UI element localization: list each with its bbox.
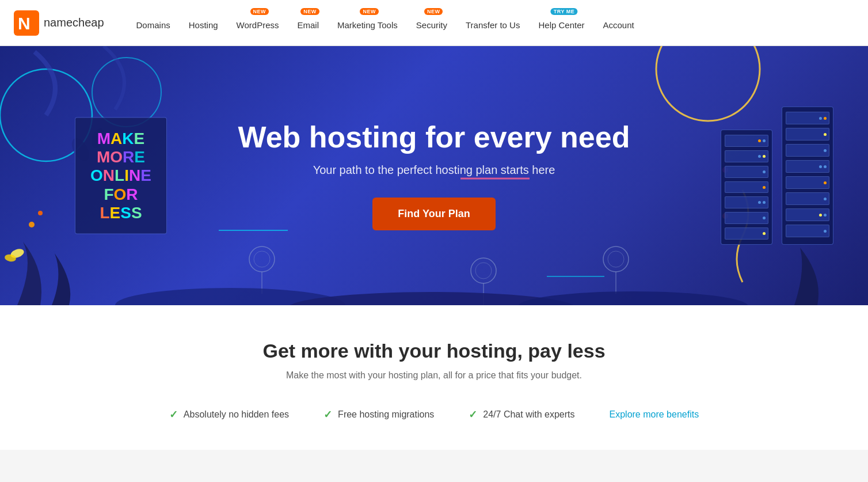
hero-promo-panel: MAKE MORE ONLINE FOR LESS [75,117,167,234]
server-dot [758,139,761,142]
server-unit [725,227,768,240]
server-dot [763,155,766,158]
marketing-badge: NEW [360,8,379,15]
server-dot [824,117,827,120]
server-unit [786,128,829,141]
nav-item-marketing-tools[interactable]: NEW Marketing Tools [328,0,407,46]
benefit-item-0: ✓ Absolutely no hidden fees [169,408,289,421]
below-subtitle: Make the most with your hosting plan, al… [23,370,845,381]
email-badge: NEW [300,8,319,15]
server-dot [824,198,827,200]
checkmark-icon-1: ✓ [323,408,332,421]
nav-menu: Domains Hosting NEW WordPress NEW Email … [127,0,854,46]
server-dot [824,181,827,184]
server-dot [824,149,827,152]
logo-text: namecheap [44,16,104,29]
benefit-label-1: Free hosting migrations [338,409,434,420]
server-unit [786,225,829,237]
nav-item-help-center[interactable]: TRY ME Help Center [529,0,593,46]
server-unit [786,144,829,157]
find-your-plan-button[interactable]: Find Your Plan [372,198,495,230]
server-dot [819,214,822,217]
server-dot [758,155,761,158]
server-rack-1 [721,130,772,245]
server-unit [786,208,829,221]
server-unit [786,112,829,124]
below-title: Get more with your hosting, pay less [23,340,845,362]
server-dot [763,170,766,173]
server-dot [824,214,827,217]
server-unit [725,135,768,147]
server-dot [763,232,766,235]
server-dot [758,201,761,204]
svg-text:N: N [18,14,31,33]
hero-title: Web hosting for every need [238,121,630,154]
wordpress-badge: NEW [250,8,269,15]
server-unit [725,212,768,224]
server-rack-2 [782,107,833,245]
benefits-row: ✓ Absolutely no hidden fees ✓ Free hosti… [23,408,845,421]
server-unit [725,150,768,162]
namecheap-logo-icon: N [14,10,39,36]
navbar: N namecheap Domains Hosting NEW WordPres… [0,0,868,46]
security-badge: NEW [424,8,443,15]
nav-item-email[interactable]: NEW Email [288,0,329,46]
nav-item-transfer[interactable]: Transfer to Us [456,0,529,46]
nav-item-account[interactable]: Account [594,0,644,46]
server-dot [763,217,766,219]
explore-more-benefits-link[interactable]: Explore more benefits [610,409,699,420]
server-dot [824,230,827,233]
server-dot [824,133,827,136]
server-dot [824,165,827,168]
panel-text: MAKE MORE ONLINE FOR LESS [81,130,161,222]
benefit-label-2: 24/7 Chat with experts [483,409,574,420]
server-dot [763,201,766,204]
hero-subtitle: Your path to the perfect hosting plan st… [238,164,630,177]
server-unit [786,176,829,189]
benefit-item-2: ✓ 24/7 Chat with experts [469,408,574,421]
nav-item-wordpress[interactable]: NEW WordPress [227,0,288,46]
server-dot [819,117,822,120]
server-unit [725,181,768,193]
nav-item-security[interactable]: NEW Security [407,0,456,46]
checkmark-icon-2: ✓ [469,408,477,421]
server-unit [786,160,829,173]
server-dot [763,186,766,189]
server-unit [786,192,829,205]
hero-section: MAKE MORE ONLINE FOR LESS [0,46,868,305]
hero-server-racks [721,107,833,245]
helpcenter-badge: TRY ME [551,8,578,15]
server-dot [763,139,766,142]
nav-item-hosting[interactable]: Hosting [180,0,227,46]
benefit-item-1: ✓ Free hosting migrations [323,408,434,421]
checkmark-icon-0: ✓ [169,408,178,421]
server-dot [819,165,822,168]
benefit-label-0: Absolutely no hidden fees [184,409,289,420]
server-unit [725,166,768,178]
nav-item-domains[interactable]: Domains [127,0,180,46]
hero-content: Web hosting for every need Your path to … [227,86,642,264]
below-hero-section: Get more with your hosting, pay less Mak… [0,305,868,450]
logo[interactable]: N namecheap [14,10,104,36]
server-unit [725,196,768,208]
